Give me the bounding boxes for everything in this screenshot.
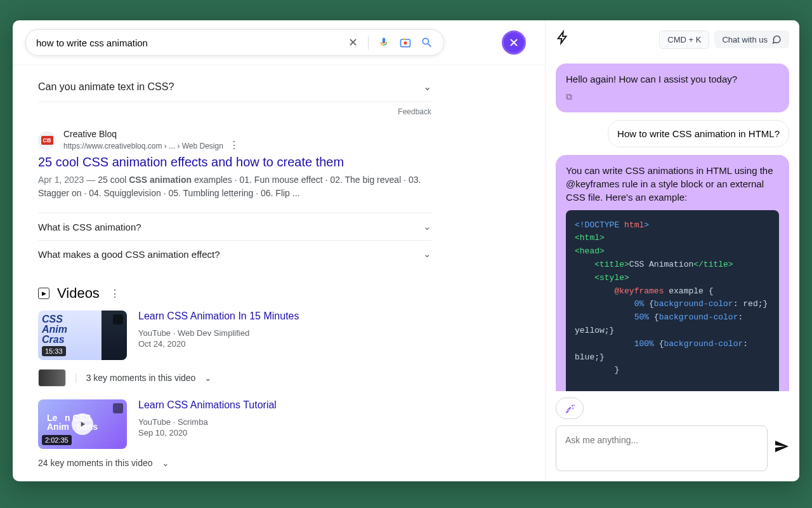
video-duration: 2:02:35 <box>42 435 72 445</box>
video-title-link[interactable]: Learn CSS Animation In 15 Minutes <box>138 311 299 322</box>
chat-with-us-button[interactable]: Chat with us <box>714 30 789 48</box>
results-area: Can you animate text in CSS? ⌄ Feedback … <box>13 65 545 481</box>
search-input[interactable] <box>36 37 346 48</box>
close-bubble-button[interactable] <box>502 30 526 55</box>
paa-text: Can you animate text in CSS? <box>38 81 174 93</box>
chat-input[interactable] <box>556 425 768 471</box>
search-results-panel: ✕ Can you animate t <box>13 20 546 481</box>
favicon-icon: CB <box>38 131 56 149</box>
key-moments-row[interactable]: 24 key moments in this video ⌄ <box>38 458 431 468</box>
video-thumbnail[interactable]: Le n CSS Anim tions 2:02:35 <box>38 399 127 449</box>
chevron-down-icon: ⌄ <box>423 248 431 260</box>
more-icon[interactable]: ⋮ <box>229 140 239 150</box>
magic-button[interactable] <box>556 398 584 419</box>
sub-question[interactable]: What is CSS animation? ⌄ <box>38 213 431 240</box>
result-source-name: Creative Bloq <box>63 129 239 139</box>
chat-messages[interactable]: Hello again! How can I assist you today?… <box>546 58 799 391</box>
bolt-icon[interactable] <box>556 29 570 50</box>
user-message: How to write CSS animation in HTML? <box>608 120 789 147</box>
chevron-down-icon: ⌄ <box>423 221 431 232</box>
search-result: CB Creative Bloq https://www.creativeblo… <box>38 129 431 200</box>
result-title-link[interactable]: 25 cool CSS animation effects and how to… <box>38 155 431 170</box>
chevron-down-icon: ⌄ <box>423 81 431 93</box>
bot-message: You can write CSS animations in HTML usi… <box>556 155 789 391</box>
send-icon[interactable] <box>774 439 789 458</box>
key-moment-thumb-icon <box>38 369 66 387</box>
chat-panel: CMD + K Chat with us Hello again! How ca… <box>546 20 799 481</box>
result-source-row: CB Creative Bloq https://www.creativeblo… <box>38 129 431 151</box>
video-thumbnail[interactable]: CSS Anim Cras 15:33 <box>38 311 127 360</box>
feedback-link[interactable]: Feedback <box>38 102 431 129</box>
video-meta: Learn CSS Animation In 15 Minutes YouTub… <box>138 311 299 360</box>
more-icon[interactable]: ⋮ <box>110 288 120 300</box>
app-window: ✕ Can you animate t <box>13 20 799 481</box>
chevron-down-icon: ⌄ <box>204 373 212 383</box>
mic-icon[interactable] <box>377 36 390 49</box>
result-source-url: https://www.creativebloq.com › ... › Web… <box>63 139 239 151</box>
videos-section-header: ▶ Videos ⋮ <box>38 285 431 302</box>
key-moments-row[interactable]: | 3 key moments in this video ⌄ <box>38 369 431 387</box>
video-meta: Learn CSS Animations Tutorial YouTube · … <box>138 399 277 449</box>
bot-message: Hello again! How can I assist you today?… <box>556 64 789 112</box>
code-block: <!DOCTYPE html> <html> <head> <title>CSS… <box>566 210 779 391</box>
chat-header: CMD + K Chat with us <box>546 20 799 58</box>
sub-question[interactable]: What makes a good CSS animation effect? … <box>38 240 431 267</box>
play-icon <box>72 413 93 435</box>
svg-point-1 <box>404 41 407 44</box>
search-icons: ✕ <box>346 36 433 50</box>
chevron-down-icon: ⌄ <box>162 458 169 468</box>
expand-icon <box>113 403 123 413</box>
paa-question[interactable]: Can you animate text in CSS? ⌄ <box>38 72 431 102</box>
chat-input-area <box>546 391 799 481</box>
divider-icon <box>368 36 369 50</box>
search-bar-area: ✕ <box>13 20 545 65</box>
video-duration: 15:33 <box>42 346 66 356</box>
expand-icon <box>113 314 123 324</box>
chat-bubble-icon <box>771 34 782 44</box>
search-box[interactable]: ✕ <box>25 29 444 56</box>
video-item[interactable]: CSS Anim Cras 15:33 Learn CSS Animation … <box>38 311 431 360</box>
cmd-k-button[interactable]: CMD + K <box>659 30 709 49</box>
copy-icon[interactable]: ⧉ <box>566 91 779 104</box>
search-icon[interactable] <box>421 36 433 49</box>
result-snippet: Apr 1, 2023 — 25 cool CSS animation exam… <box>38 173 431 200</box>
clear-icon[interactable]: ✕ <box>346 36 359 49</box>
play-box-icon: ▶ <box>38 288 49 299</box>
camera-icon[interactable] <box>399 36 412 49</box>
video-title-link[interactable]: Learn CSS Animations Tutorial <box>138 399 277 411</box>
svg-rect-2 <box>403 38 405 40</box>
video-item[interactable]: Le n CSS Anim tions 2:02:35 Learn CSS An… <box>38 399 431 449</box>
